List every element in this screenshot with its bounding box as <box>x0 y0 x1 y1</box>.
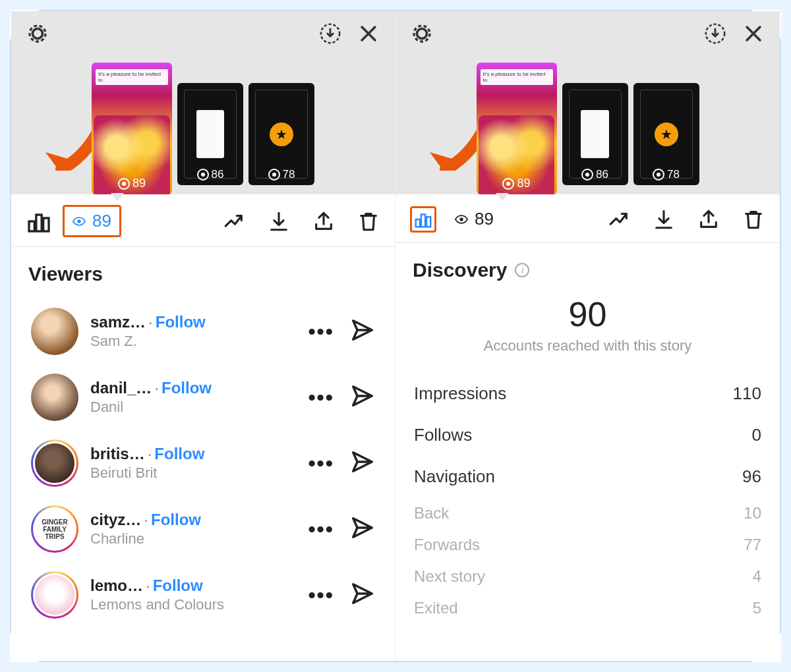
trending-up-icon <box>608 208 630 231</box>
story-thumb[interactable]: 86 <box>562 83 628 185</box>
trending-up-icon <box>223 210 245 233</box>
avatar[interactable] <box>31 439 78 487</box>
svg-rect-3 <box>29 221 34 231</box>
stat-value: 110 <box>733 383 761 404</box>
avatar[interactable] <box>31 374 78 421</box>
share-button[interactable] <box>310 208 337 235</box>
svg-rect-10 <box>416 219 420 227</box>
insights-pane: It's a pleasure to be invited to 89 86 ★… <box>396 11 780 661</box>
viewer-row: lemo…·Follow Lemons and Colours ••• <box>28 562 378 628</box>
stat-value: 77 <box>744 536 761 554</box>
follow-link[interactable]: Follow <box>151 511 201 528</box>
viewers-tab-button[interactable]: 89 <box>447 205 502 233</box>
eye-icon <box>73 217 86 226</box>
avatar[interactable] <box>31 308 78 355</box>
top-bar-area: It's a pleasure to be invited to 89 86 ★… <box>396 11 780 194</box>
viewer-handle: cityz… <box>90 511 141 528</box>
viewers-tab-button[interactable]: 89 <box>63 205 121 237</box>
send-message-button[interactable] <box>350 383 375 411</box>
eye-icon <box>653 169 664 181</box>
send-message-button[interactable] <box>350 449 375 477</box>
comparison-frame: It's a pleasure to be invited to 89 86 ★… <box>10 10 781 662</box>
send-message-button[interactable] <box>350 581 375 609</box>
stat-label: Back <box>414 504 449 522</box>
story-thumb[interactable]: ★ 78 <box>633 83 699 185</box>
bar-chart-icon <box>26 208 52 235</box>
follow-link[interactable]: Follow <box>153 576 203 594</box>
download-button[interactable] <box>266 208 292 235</box>
share-button[interactable] <box>695 206 722 233</box>
promote-button[interactable] <box>221 208 247 235</box>
discovery-panel: Discovery i 90 Accounts reached with thi… <box>396 243 780 661</box>
close-button[interactable] <box>740 20 767 47</box>
metrics-toolbar: 89 <box>396 194 780 243</box>
more-options-button[interactable]: ••• <box>308 320 334 344</box>
more-options-button[interactable]: ••• <box>308 451 334 476</box>
insights-tab-button[interactable] <box>26 208 52 235</box>
svg-rect-5 <box>44 218 49 231</box>
viewers-list-panel: Viewers samz…·Follow Sam Z. ••• danil_…·… <box>11 247 395 661</box>
save-button[interactable] <box>702 20 728 47</box>
promote-button[interactable] <box>606 206 632 233</box>
stat-row-exited: Exited 5 <box>413 592 763 624</box>
close-button[interactable] <box>355 20 382 47</box>
delete-button[interactable] <box>355 208 382 235</box>
story-thumb-active[interactable]: It's a pleasure to be invited to 89 <box>92 63 172 194</box>
stat-row-navigation: Navigation 96 <box>413 456 763 497</box>
viewer-name: Lemons and Colours <box>90 596 296 613</box>
stat-row-next-story: Next story 4 <box>413 561 763 592</box>
viewer-name: Charline <box>90 530 296 547</box>
close-icon <box>742 22 765 45</box>
svg-rect-12 <box>426 217 430 227</box>
paper-plane-icon <box>350 383 375 408</box>
story-thumb[interactable]: ★ 78 <box>249 83 314 185</box>
stat-value: 5 <box>753 599 761 617</box>
story-thumbnails: It's a pleasure to be invited to 89 86 ★… <box>477 63 699 194</box>
insights-tab-button[interactable] <box>410 206 436 233</box>
stat-value: 0 <box>752 425 761 445</box>
view-count: 89 <box>92 211 111 231</box>
info-icon[interactable]: i <box>515 263 529 277</box>
avatar[interactable]: GINGER FAMILY TRIPS <box>31 505 78 553</box>
settings-button[interactable] <box>409 20 435 47</box>
follow-link[interactable]: Follow <box>161 379 212 397</box>
story-thumb[interactable]: 86 <box>177 83 243 185</box>
stat-value: 10 <box>744 504 761 522</box>
svg-point-6 <box>77 219 80 223</box>
download-icon <box>268 210 290 233</box>
send-message-button[interactable] <box>350 515 375 543</box>
eye-icon <box>268 169 280 181</box>
viewer-row: danil_…·Follow Danil ••• <box>28 364 378 430</box>
send-message-button[interactable] <box>350 318 375 345</box>
more-options-button[interactable]: ••• <box>308 385 334 410</box>
story-views-badge: 78 <box>249 168 314 181</box>
story-thumb-active[interactable]: It's a pleasure to be invited to 89 <box>477 63 557 194</box>
reached-caption: Accounts reached with this story <box>479 337 697 356</box>
avatar-text: GINGER FAMILY TRIPS <box>33 507 76 551</box>
eye-icon <box>118 178 130 190</box>
eye-icon <box>197 169 209 181</box>
follow-link[interactable]: Follow <box>154 445 204 462</box>
story-views-badge: 89 <box>92 177 172 190</box>
follow-link[interactable]: Follow <box>156 313 206 331</box>
top-bar-area: It's a pleasure to be invited to 89 86 ★… <box>11 11 395 194</box>
story-views-badge: 89 <box>477 177 557 190</box>
settings-button[interactable] <box>24 20 51 47</box>
reached-number: 90 <box>413 294 763 334</box>
viewers-heading: Viewers <box>28 263 378 285</box>
viewer-row: samz…·Follow Sam Z. ••• <box>28 298 378 364</box>
more-options-button[interactable]: ••• <box>308 517 334 542</box>
eye-icon <box>581 169 593 181</box>
paper-plane-icon <box>350 318 375 343</box>
gear-icon <box>410 22 434 45</box>
more-options-button[interactable]: ••• <box>308 583 334 607</box>
download-button[interactable] <box>651 206 677 233</box>
viewer-handle: britis… <box>90 445 145 462</box>
save-button[interactable] <box>317 20 343 47</box>
viewer-name: Sam Z. <box>90 333 296 350</box>
svg-rect-11 <box>421 214 425 227</box>
stat-label: Follows <box>414 425 472 445</box>
viewer-row: GINGER FAMILY TRIPS cityz…·Follow Charli… <box>28 496 378 562</box>
avatar[interactable] <box>31 571 78 619</box>
delete-button[interactable] <box>740 206 767 233</box>
